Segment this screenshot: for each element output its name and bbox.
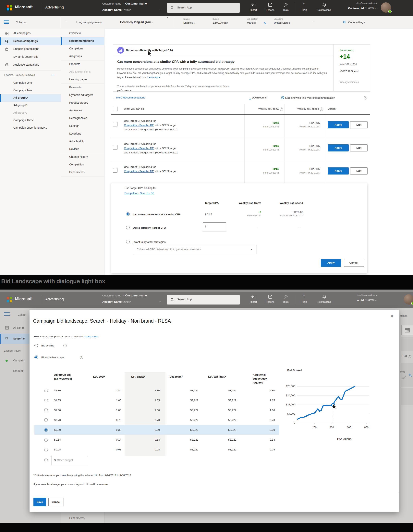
- more-button[interactable]: ...: [64, 20, 67, 23]
- bid-landscape-icon[interactable]: [402, 375, 406, 380]
- adgroup-name[interactable]: Extremely long ad grou...: [120, 20, 153, 24]
- nav-item-settings[interactable]: Settings: [61, 122, 104, 130]
- row-checkbox[interactable]: [113, 122, 118, 126]
- avatar[interactable]: [381, 2, 391, 13]
- date-range-button[interactable]: [401, 325, 413, 335]
- locations-value[interactable]: United States: [274, 21, 290, 24]
- breadcrumb[interactable]: Customer name›Customer name: [102, 2, 147, 5]
- topnav-notifications-button[interactable]: Notifications: [312, 2, 337, 14]
- topnav-tools-button[interactable]: Tools: [278, 294, 294, 306]
- breadcrumb-item-current[interactable]: Customer name: [125, 2, 147, 5]
- row-checkbox[interactable]: [113, 168, 118, 172]
- more-button-2[interactable]: ...: [312, 20, 315, 23]
- apply-button[interactable]: Apply: [328, 121, 349, 128]
- nav-item-ad-schedule[interactable]: Ad schedule: [61, 138, 104, 145]
- sidebar-item-audience-campaigns[interactable]: Audience campaigns: [0, 61, 61, 69]
- collapse-button[interactable]: Collapse: [16, 21, 26, 24]
- panel-option-radio[interactable]: [126, 212, 130, 216]
- search-bar[interactable]: Search App: [167, 295, 240, 304]
- breadcrumb-item[interactable]: Customer name: [102, 2, 121, 5]
- edit-button[interactable]: Edit: [350, 144, 367, 152]
- user-company[interactable]: Contoso,Ltd. 12345678 ⌄: [334, 7, 377, 10]
- nav-item-ad-groups[interactable]: Ad groups: [61, 53, 104, 60]
- nav-item-audiences[interactable]: Audiences: [61, 107, 104, 114]
- tree-item-campaign[interactable]: Campaig: [13, 359, 24, 362]
- help-icon[interactable]: ?: [364, 96, 367, 99]
- status-value[interactable]: Enabled ⌄: [184, 21, 196, 24]
- filter-more-button[interactable]: ...: [52, 73, 55, 76]
- user-company[interactable]: o,Ltd. 12345678 ⌄: [334, 299, 377, 302]
- save-button[interactable]: Save: [33, 498, 46, 506]
- nav-item-change-history[interactable]: Change history: [61, 153, 104, 161]
- breadcrumb-item-current[interactable]: Customer name: [125, 294, 147, 297]
- topnav-notifications-button[interactable]: Notifications: [312, 294, 337, 306]
- nav-item-products[interactable]: Products: [61, 60, 104, 68]
- help-icon[interactable]: ?: [320, 107, 323, 111]
- topnav-help-button[interactable]: ?Help: [297, 294, 311, 306]
- target-cpa-input[interactable]: $: [203, 222, 226, 231]
- help-icon[interactable]: ?: [280, 107, 283, 111]
- topnav-reports-button[interactable]: Reports: [262, 2, 278, 14]
- nav-item-recommendations[interactable]: Recommendations: [61, 37, 104, 45]
- account-chevron-icon[interactable]: ⌄: [159, 300, 161, 303]
- apply-button[interactable]: Apply: [328, 144, 349, 152]
- account-selector[interactable]: Account Name 1234567: [102, 8, 131, 11]
- nav-item-competition[interactable]: Competition: [61, 161, 104, 169]
- nav-item-locations[interactable]: Locations: [61, 130, 104, 138]
- nav-item-keywords[interactable]: Keywords: [61, 84, 104, 91]
- adgroup-link[interactable]: Competitor - Search - DE: [124, 170, 154, 173]
- locations-field[interactable]: Locations United States: [274, 18, 290, 24]
- topnav-tools-button[interactable]: Tools: [278, 2, 294, 14]
- panel-option-radio[interactable]: [126, 226, 130, 229]
- sidebar-item-search-campaings[interactable]: Search campaings: [0, 38, 61, 45]
- nav-item-overview[interactable]: Overview: [61, 29, 104, 37]
- topnav-help-button[interactable]: ?Help: [297, 2, 311, 14]
- adgroup-link[interactable]: Competitor - Search - DE: [124, 147, 154, 150]
- collapse-button[interactable]: Collap: [18, 313, 26, 316]
- sidebar-item-all-campaigns[interactable]: All camp: [13, 326, 24, 329]
- edit-button[interactable]: Edit: [350, 167, 367, 174]
- download-all-button[interactable]: ↓ Download all: [249, 96, 267, 99]
- adgroup-link[interactable]: Competitor - Search - DE: [124, 124, 154, 127]
- nav-item-devices[interactable]: Devices: [61, 145, 104, 153]
- hamburger-icon[interactable]: [4, 312, 10, 316]
- sidebar-item-all-campaigns[interactable]: All campaigns: [0, 29, 61, 38]
- user-account-info[interactable]: alias@microsoft.comContoso,Ltd. 12345678…: [334, 2, 377, 10]
- campaign-filter-row[interactable]: Enabled, Paused, Removed...: [0, 72, 61, 79]
- sidebar-item-dynamic-search-ads[interactable]: Dynamic search ads: [0, 53, 61, 61]
- bid-strategy-field[interactable]: Bid strategy Manual: [247, 18, 258, 24]
- topnav-import-button[interactable]: Import: [245, 294, 262, 306]
- row-checkbox[interactable]: [113, 145, 118, 150]
- panel-option-radio[interactable]: [126, 240, 130, 243]
- tree-item-campaign-two[interactable]: Campaign Two: [0, 87, 61, 94]
- account-chevron-icon[interactable]: ⌄: [159, 8, 161, 11]
- status-field[interactable]: Status Enabled ⌄: [184, 18, 196, 24]
- nav-item-experiments[interactable]: Experiments: [61, 169, 104, 176]
- sidebar-item-shopping-campaigns[interactable]: Shopping campaigns: [0, 45, 61, 53]
- hamburger-icon[interactable]: [4, 20, 9, 24]
- breadcrumb-item[interactable]: Customer name: [102, 294, 121, 297]
- apply-button[interactable]: Apply: [328, 167, 349, 174]
- edit-button[interactable]: Edit: [350, 121, 367, 128]
- go-to-settings-button[interactable]: Go to settings: [348, 21, 365, 24]
- nav-item-campaigns[interactable]: Campaigns: [61, 45, 104, 53]
- topnav-import-button[interactable]: Import: [245, 2, 262, 14]
- back-link[interactable]: ← More Recommendations: [113, 96, 145, 99]
- budget-field[interactable]: Budget 1,500.00/day: [212, 18, 228, 24]
- chevron-down-icon[interactable]: ⌄: [166, 22, 168, 25]
- campaign-name[interactable]: Long campaign name: [76, 21, 102, 24]
- tree-item-campaign-super-long-nav-[interactable]: Campaign super long nav...: [0, 124, 61, 132]
- nav-item-demographics[interactable]: Demographics: [61, 114, 104, 122]
- pencil-icon[interactable]: ✎: [408, 373, 412, 378]
- panel-apply-button[interactable]: Apply: [321, 259, 341, 267]
- tree-item-ad-group-b[interactable]: Ad group B: [0, 102, 61, 109]
- avatar[interactable]: [404, 294, 413, 304]
- tree-item-campaign-one[interactable]: Campaign One: [0, 79, 61, 87]
- pencil-icon[interactable]: ✎: [264, 21, 266, 25]
- gear-icon[interactable]: ⚙: [343, 20, 346, 24]
- chevron-up-icon[interactable]: ⌃: [166, 17, 168, 20]
- topnav-reports-button[interactable]: Reports: [262, 294, 278, 306]
- tree-item-ad-group-c[interactable]: Ad group C: [0, 109, 61, 117]
- select-all-checkbox[interactable]: [113, 107, 118, 111]
- stop-showing-button[interactable]: Stop showing this type of recommendation: [281, 96, 335, 99]
